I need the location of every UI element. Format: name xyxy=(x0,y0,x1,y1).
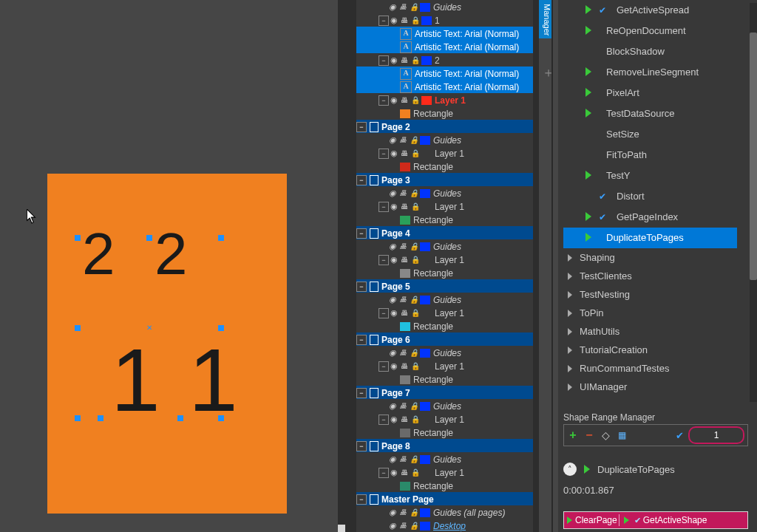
color-swatch[interactable] xyxy=(421,16,432,25)
srm-select-button[interactable]: ▦ xyxy=(616,429,628,441)
manager-tab[interactable]: Manager xyxy=(539,0,551,38)
guides-layer[interactable]: ◉🖶🔒Guides xyxy=(356,293,539,306)
page-header[interactable]: −Page 4 xyxy=(356,226,539,239)
print-icon[interactable]: 🖶 xyxy=(399,519,410,532)
status-toggle-icon[interactable]: ˄ xyxy=(563,463,577,476)
expander-icon[interactable]: − xyxy=(356,228,367,239)
recent-cmd-a[interactable]: ClearPage xyxy=(575,515,617,525)
color-swatch[interactable] xyxy=(420,3,430,12)
print-icon[interactable]: 🖶 xyxy=(399,293,410,306)
visibility-icon[interactable]: ◉ xyxy=(389,186,399,200)
artistic-text-1a[interactable]: 1 xyxy=(111,329,160,431)
print-icon[interactable]: 🖶 xyxy=(399,400,410,412)
visibility-icon[interactable]: ◉ xyxy=(389,519,399,532)
macros-scrollbar-thumb[interactable] xyxy=(750,33,757,280)
layers-scrollbar[interactable] xyxy=(533,0,539,532)
color-swatch[interactable] xyxy=(400,482,410,491)
rectangle-object-row[interactable]: Rectangle xyxy=(356,426,539,439)
command-tree[interactable]: ✔GetActiveSpreadReOpenDocumentBlockShado… xyxy=(563,0,737,410)
srm-apply-button[interactable]: ✔ xyxy=(676,430,684,441)
play-icon[interactable] xyxy=(584,465,590,474)
guides-layer[interactable]: ◉🖶🔒Guides xyxy=(356,399,539,412)
color-swatch[interactable] xyxy=(420,455,430,464)
rectangle-object-row[interactable]: Rectangle xyxy=(356,319,539,332)
visibility-icon[interactable]: ◉ xyxy=(389,505,399,519)
play-icon[interactable] xyxy=(585,26,591,35)
lock-icon[interactable]: 🔒 xyxy=(411,360,421,372)
page-header[interactable]: −Page 3 xyxy=(356,173,539,186)
lock-icon[interactable]: 🔒 xyxy=(410,506,420,519)
visibility-icon[interactable]: ◉ xyxy=(390,13,401,27)
chevron-right-icon[interactable] xyxy=(568,273,572,280)
command-folder[interactable]: TestClientes xyxy=(563,267,737,285)
selection-handle[interactable] xyxy=(98,415,103,421)
play-icon[interactable] xyxy=(585,88,591,97)
page-header[interactable]: −Page 5 xyxy=(356,279,539,293)
lock-icon[interactable]: 🔒 xyxy=(411,54,421,66)
lock-icon[interactable]: 🔒 xyxy=(410,347,420,359)
play-icon[interactable] xyxy=(624,516,629,524)
layer-row[interactable]: −◉🖶🔒Layer 1 xyxy=(356,359,539,372)
layer-row[interactable]: −◉🖶🔒Layer 1 xyxy=(356,466,539,479)
macros-panel[interactable]: ✔GetActiveSpreadReOpenDocumentBlockShado… xyxy=(558,0,757,532)
color-swatch[interactable] xyxy=(421,468,432,477)
print-icon[interactable]: 🖶 xyxy=(399,347,410,359)
color-swatch[interactable] xyxy=(400,163,410,171)
srm-clear-button[interactable]: ◇ xyxy=(600,429,611,441)
command-item[interactable]: ✔GetActiveSpread xyxy=(563,0,737,21)
expander-icon[interactable]: − xyxy=(356,122,367,132)
visibility-icon[interactable]: ◉ xyxy=(390,253,401,266)
visibility-icon[interactable]: ◉ xyxy=(390,359,401,372)
color-swatch[interactable] xyxy=(400,216,410,225)
lock-icon[interactable]: 🔒 xyxy=(411,14,421,27)
visibility-icon[interactable]: ◉ xyxy=(390,53,401,66)
play-icon[interactable] xyxy=(567,516,572,524)
page-header[interactable]: −Page 2 xyxy=(356,120,539,133)
color-swatch[interactable] xyxy=(421,362,432,371)
guides-layer[interactable]: ◉🖶🔒Guides (all pages) xyxy=(356,505,539,519)
visibility-icon[interactable]: ◉ xyxy=(389,239,399,253)
rectangle-object-row[interactable]: Rectangle xyxy=(356,266,539,279)
guides-layer[interactable]: ◉🖶🔒Guides xyxy=(356,452,539,466)
layer-row[interactable]: −◉🖶🔒Layer 1 xyxy=(356,306,539,319)
lock-icon[interactable]: 🔒 xyxy=(411,413,421,426)
layers-panel[interactable]: ◉🖶🔒Guides−◉🖶🔒1AArtistic Text: Arial (Nor… xyxy=(338,0,539,532)
color-swatch[interactable] xyxy=(420,136,430,145)
command-folder[interactable]: TutorialCreation xyxy=(563,341,737,359)
page-header[interactable]: −Page 7 xyxy=(356,386,539,399)
visibility-icon[interactable]: ◉ xyxy=(389,0,399,13)
command-item[interactable]: ReOpenDocument xyxy=(563,21,737,41)
color-swatch[interactable] xyxy=(400,322,410,331)
rectangle-object-row[interactable]: Rectangle xyxy=(356,372,539,386)
rectangle-object-row[interactable]: Rectangle xyxy=(356,160,539,173)
command-item[interactable]: ✔Distort xyxy=(563,186,737,207)
lock-icon[interactable]: 🔒 xyxy=(410,134,420,146)
command-item[interactable]: TestY xyxy=(563,166,737,186)
lock-icon[interactable]: 🔒 xyxy=(411,253,421,266)
color-swatch[interactable] xyxy=(400,429,410,437)
lock-icon[interactable]: 🔒 xyxy=(410,293,420,306)
desktop-layer[interactable]: ◉🖶🔒Desktop xyxy=(356,519,539,532)
print-icon[interactable]: 🖶 xyxy=(401,466,411,479)
visibility-icon[interactable]: ◉ xyxy=(389,133,399,146)
expander-icon[interactable]: − xyxy=(356,441,367,451)
selection-handle[interactable] xyxy=(218,325,224,331)
layer-row[interactable]: −◉🖶🔒Layer 1 xyxy=(356,200,539,213)
layer-row[interactable]: −◉🖶🔒Layer 1 xyxy=(356,412,539,426)
print-icon[interactable]: 🖶 xyxy=(401,360,411,372)
page-header[interactable]: −Page 8 xyxy=(356,439,539,452)
canvas-area[interactable]: 2 2 1 1 ✕ xyxy=(0,0,338,532)
artistic-text-2b[interactable]: 2 xyxy=(155,220,188,288)
command-item[interactable]: FitToPath xyxy=(563,145,737,166)
guides-layer[interactable]: ◉🖶🔒Guides xyxy=(356,186,539,200)
layer-row[interactable]: −◉🖶🔒2 xyxy=(356,53,539,66)
print-icon[interactable]: 🖶 xyxy=(401,200,411,213)
layer-row[interactable]: −◉🖶🔒Layer 1 xyxy=(356,93,539,106)
srm-add-button[interactable]: + xyxy=(567,429,579,441)
expander-icon[interactable]: − xyxy=(356,494,367,505)
expander-icon[interactable]: − xyxy=(378,415,389,425)
layer-row[interactable]: −◉🖶🔒Layer 1 xyxy=(356,253,539,266)
color-swatch[interactable] xyxy=(421,309,432,318)
chevron-right-icon[interactable] xyxy=(568,383,572,391)
color-swatch[interactable] xyxy=(400,269,410,278)
